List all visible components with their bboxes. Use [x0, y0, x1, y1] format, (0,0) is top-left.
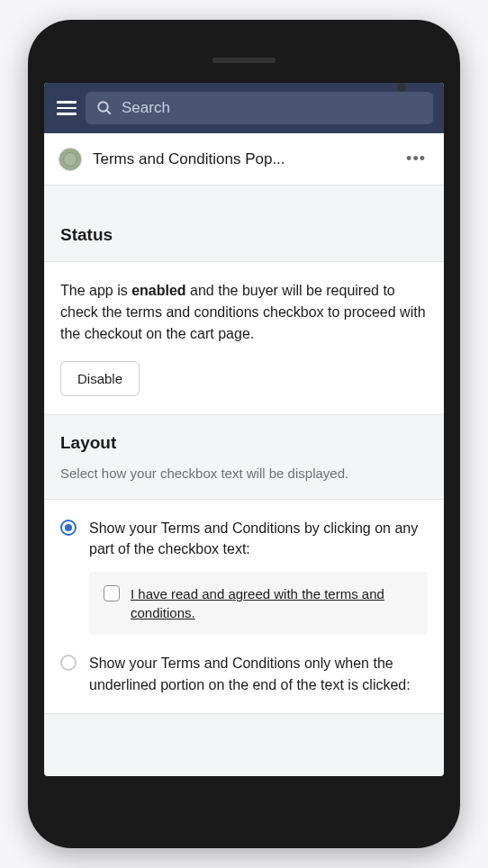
more-menu-icon[interactable]: ••• — [402, 146, 429, 172]
search-icon — [96, 100, 113, 116]
phone-speaker — [212, 58, 276, 63]
screen: Terms and Conditions Pop... ••• Status T… — [44, 83, 444, 776]
radio-option-2-content: Show your Terms and Conditions only when… — [89, 653, 428, 694]
hamburger-menu-icon[interactable] — [55, 97, 77, 119]
topbar — [44, 83, 444, 133]
search-box[interactable] — [86, 92, 433, 124]
layout-subtitle: Select how your checkbox text will be di… — [60, 464, 428, 483]
layout-title: Layout — [60, 433, 428, 453]
radio-option-1-label: Show your Terms and Conditions by clicki… — [89, 518, 428, 559]
svg-point-0 — [98, 102, 108, 112]
example-checkbox[interactable] — [104, 585, 120, 601]
status-section-body: The app is enabled and the buyer will be… — [44, 261, 444, 415]
app-logo-icon — [59, 148, 82, 171]
status-title: Status — [60, 225, 428, 245]
content-area: Status The app is enabled and the buyer … — [44, 185, 444, 776]
status-description: The app is enabled and the buyer will be… — [60, 280, 428, 345]
phone-camera — [397, 83, 406, 92]
radio-option-2-label: Show your Terms and Conditions only when… — [89, 653, 428, 694]
svg-line-1 — [106, 110, 111, 114]
layout-section-header: Layout Select how your checkbox text wil… — [44, 415, 444, 499]
radio-option-2[interactable] — [60, 655, 77, 671]
example-text-1[interactable]: I have read and agreed with the terms an… — [131, 584, 413, 622]
layout-option-2[interactable]: Show your Terms and Conditions only when… — [60, 653, 428, 694]
radio-option-1[interactable] — [60, 520, 77, 536]
layout-option-1[interactable]: Show your Terms and Conditions by clicki… — [60, 518, 428, 635]
disable-button[interactable]: Disable — [60, 361, 140, 396]
search-input[interactable] — [122, 99, 422, 117]
app-header: Terms and Conditions Pop... ••• — [44, 133, 444, 185]
radio-option-1-content: Show your Terms and Conditions by clicki… — [89, 518, 428, 635]
layout-section-body: Show your Terms and Conditions by clicki… — [44, 499, 444, 714]
example-box-1: I have read and agreed with the terms an… — [89, 572, 428, 635]
status-section-header: Status — [44, 185, 444, 261]
app-title: Terms and Conditions Pop... — [93, 150, 392, 168]
phone-frame: Terms and Conditions Pop... ••• Status T… — [28, 20, 460, 848]
